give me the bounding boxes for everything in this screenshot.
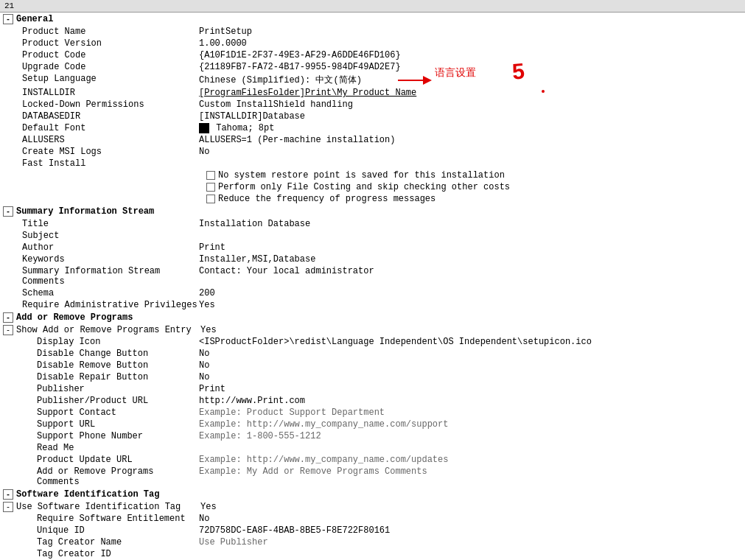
disable-change-label: Disable Change Button xyxy=(0,349,199,359)
product-name-row: Product Name PrintSetup xyxy=(0,26,745,38)
schema-value: 200 xyxy=(199,288,745,298)
databasedir-label: DATABASEDIR xyxy=(0,111,199,122)
product-update-url-value: Example: http://www.my_company_name.com/… xyxy=(199,455,745,465)
locked-down-label: Locked-Down Permissions xyxy=(0,99,199,110)
disable-repair-row: Disable Repair Button No xyxy=(0,371,745,383)
general-label: General xyxy=(16,14,53,24)
product-version-row: Product Version 1.00.0000 xyxy=(0,38,745,49)
summary-comments-value: Contact: Your local administrator xyxy=(199,266,745,276)
checkbox-label-3: Reduce the frequency of progress message… xyxy=(218,194,436,204)
databasedir-value: [INSTALLDIR]Database xyxy=(199,111,745,122)
support-contact-row: Support Contact Example: Product Support… xyxy=(0,407,745,419)
software-id-toggle[interactable]: - xyxy=(3,489,13,500)
disable-remove-label: Disable Remove Button xyxy=(0,360,199,371)
top-bar: 21 xyxy=(0,0,745,13)
checkbox-label-1: No system restore point is saved for thi… xyxy=(218,170,505,181)
locked-down-row: Locked-Down Permissions Custom InstallSh… xyxy=(0,99,745,111)
publisher-url-label: Publisher/Product URL xyxy=(0,396,199,406)
publisher-url-row: Publisher/Product URL http://www.Print.c… xyxy=(0,395,745,407)
summary-header[interactable]: - Summary Information Stream xyxy=(0,205,745,218)
read-me-row: Read Me xyxy=(0,442,745,454)
main-container: 21 - General Product Name PrintSetup Pro… xyxy=(0,0,745,560)
create-msi-logs-label: Create MSI Logs xyxy=(0,147,199,157)
software-id-label: Software Identification Tag xyxy=(16,489,159,500)
tag-creator-id-label: Tag Creator ID xyxy=(0,549,199,559)
disable-remove-row: Disable Remove Button No xyxy=(0,360,745,371)
subject-row: Subject xyxy=(0,230,745,242)
checkbox-1[interactable] xyxy=(206,171,215,180)
create-msi-logs-value: No xyxy=(199,147,745,157)
add-remove-header[interactable]: - Add or Remove Programs xyxy=(0,311,745,324)
subject-label: Subject xyxy=(0,231,199,241)
add-remove-comments-label: Add or Remove Programs Comments xyxy=(0,466,199,487)
databasedir-row: DATABASEDIR [INSTALLDIR]Database xyxy=(0,111,745,122)
unique-id-value: 72D758DC-EA8F-4BAB-8BE5-F8E722F80161 xyxy=(199,525,745,536)
product-update-url-row: Product Update URL Example: http://www.m… xyxy=(0,454,745,466)
publisher-value: Print xyxy=(199,384,745,394)
use-sw-id-tag-label: Use Software Identification Tag xyxy=(16,502,200,512)
unique-id-row: Unique ID 72D758DC-EA8F-4BAB-8BE5-F8E722… xyxy=(0,525,745,536)
upgrade-code-label: Upgrade Code xyxy=(0,62,199,72)
support-url-value: Example: http://www.my_company_name.com/… xyxy=(199,419,745,430)
fast-install-row: Fast Install xyxy=(0,158,745,169)
product-name-value: PrintSetup xyxy=(199,27,745,37)
product-version-value: 1.00.0000 xyxy=(199,38,745,49)
display-icon-label: Display Icon xyxy=(0,337,199,347)
use-sw-id-tag-row: - Use Software Identification Tag Yes xyxy=(0,501,745,513)
checkbox-label-2: Perform only File Costing and skip check… xyxy=(218,182,510,192)
use-sw-id-tag-value: Yes xyxy=(200,502,745,512)
disable-remove-value: No xyxy=(199,360,745,371)
add-remove-toggle[interactable]: - xyxy=(3,312,13,323)
general-header[interactable]: - General xyxy=(0,13,745,26)
require-admin-value: Yes xyxy=(199,300,745,310)
checkbox-2[interactable] xyxy=(206,183,215,192)
tag-creator-name-row: Tag Creator Name Use Publisher xyxy=(0,536,745,548)
software-id-header[interactable]: - Software Identification Tag xyxy=(0,488,745,501)
require-sw-entitlement-label: Require Software Entitlement xyxy=(0,514,199,524)
show-add-remove-toggle[interactable]: - xyxy=(3,325,13,335)
publisher-row: Publisher Print xyxy=(0,383,745,395)
default-font-label: Default Font xyxy=(0,123,199,133)
product-code-row: Product Code {A10F1D1E-2F37-49E3-AF29-A6… xyxy=(0,49,745,61)
title-label: Title xyxy=(0,219,199,229)
installdir-row: INSTALLDIR [ProgramFilesFolder]Print\My … xyxy=(0,87,745,99)
show-add-remove-row: - Show Add or Remove Programs Entry Yes xyxy=(0,324,745,336)
publisher-url-value: http://www.Print.com xyxy=(199,396,745,406)
tag-creator-name-value: Use Publisher xyxy=(199,537,745,547)
author-value: Print xyxy=(199,242,745,253)
product-version-label: Product Version xyxy=(0,38,199,49)
add-remove-section: - Add or Remove Programs - Show Add or R… xyxy=(0,311,745,488)
general-toggle[interactable]: - xyxy=(3,14,13,24)
create-msi-logs-row: Create MSI Logs No xyxy=(0,146,745,158)
publisher-label: Publisher xyxy=(0,384,199,394)
setup-language-value: Chinese (Simplified): 中文(简体) xyxy=(199,74,745,86)
product-code-label: Product Code xyxy=(0,50,199,60)
require-admin-label: Require Administrative Privileges xyxy=(0,300,199,310)
show-add-remove-value: Yes xyxy=(200,325,745,335)
use-sw-id-tag-toggle[interactable]: - xyxy=(3,502,13,512)
require-sw-entitlement-row: Require Software Entitlement No xyxy=(0,513,745,525)
support-phone-row: Support Phone Number Example: 1-800-555-… xyxy=(0,430,745,442)
summary-comments-label: Summary Information Stream Comments xyxy=(0,266,199,287)
author-row: Author Print xyxy=(0,242,745,253)
disable-change-value: No xyxy=(199,349,745,359)
support-contact-label: Support Contact xyxy=(0,407,199,418)
checkbox-3[interactable] xyxy=(206,195,215,203)
show-add-remove-label: Show Add or Remove Programs Entry xyxy=(16,325,200,335)
display-icon-value: <ISProductFolder>\redist\Language Indepe… xyxy=(199,337,745,347)
setup-language-label: Setup Language xyxy=(0,74,199,84)
installdir-value: [ProgramFilesFolder]Print\My Product Nam… xyxy=(199,88,745,98)
support-contact-value: Example: Product Support Department xyxy=(199,407,745,418)
add-remove-comments-value: Example: My Add or Remove Programs Comme… xyxy=(199,466,745,477)
tag-creator-name-label: Tag Creator Name xyxy=(0,537,199,547)
summary-section: - Summary Information Stream Title Insta… xyxy=(0,205,745,311)
keywords-value: Installer,MSI,Database xyxy=(199,254,745,265)
summary-toggle[interactable]: - xyxy=(3,206,13,217)
upgrade-code-value: {21189FB7-FA72-4B17-9955-984DF49AD2E7} xyxy=(199,62,745,72)
schema-row: Schema 200 xyxy=(0,287,745,299)
default-font-text: Tahoma; 8pt xyxy=(216,123,274,133)
allusers-value: ALLUSERS=1 (Per-machine installation) xyxy=(199,135,745,145)
product-code-value: {A10F1D1E-2F37-49E3-AF29-A6DDE46FD106} xyxy=(199,50,745,60)
title-value: Installation Database xyxy=(199,219,745,229)
font-square-icon xyxy=(199,123,209,133)
